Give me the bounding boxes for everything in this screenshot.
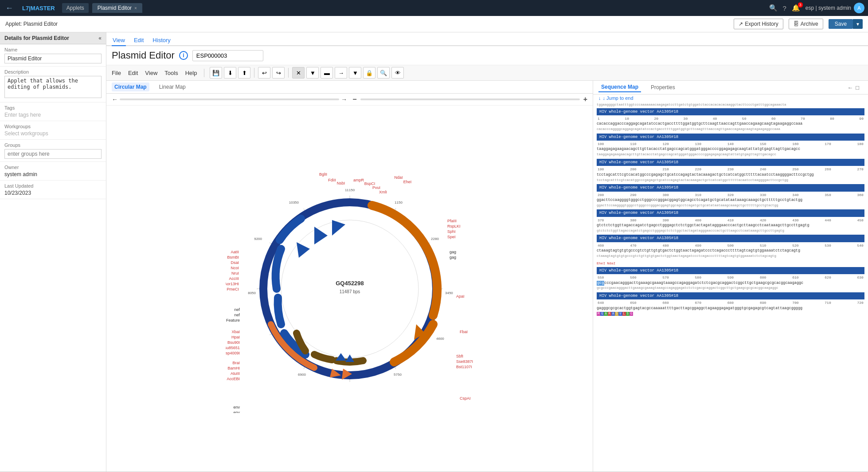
jump-to-end[interactable]: ↓ ↓ Jump to end <box>593 95 868 101</box>
dropdown-select-btn[interactable]: ▼ <box>306 67 319 79</box>
map-nav: ← → − + <box>106 94 593 106</box>
tab-edit[interactable]: Edit <box>133 35 145 46</box>
export-icon: ↗ <box>739 21 743 27</box>
select-btn[interactable]: ✕ <box>292 67 305 79</box>
jump-arrow-icon: ↓ <box>598 95 601 101</box>
tab-history[interactable]: History <box>152 35 171 46</box>
svg-text:EheI: EheI <box>403 180 411 184</box>
svg-text:FbaI: FbaI <box>460 330 468 334</box>
svg-text:SbfI: SbfI <box>456 354 463 358</box>
nav-slider[interactable] <box>120 98 339 100</box>
svg-marker-87 <box>297 242 310 258</box>
svg-text:11487 bps: 11487 bps <box>339 289 360 294</box>
rect-btn[interactable]: ▬ <box>321 67 333 79</box>
seq-scroll-controls: ← □ <box>844 84 863 91</box>
plasmid-id-input[interactable] <box>192 50 263 61</box>
name-label: Name <box>4 47 102 52</box>
sidebar-title: Details for Plasmid Editor <box>4 35 69 41</box>
tags-field: Tags Enter tags here <box>0 102 106 121</box>
svg-text:NcoI: NcoI <box>231 266 239 270</box>
seq-text-1: cacaccaggacccaggagcagatatccactgaccttttgg… <box>597 122 864 127</box>
menu-file[interactable]: File <box>112 69 121 77</box>
tab-view[interactable]: View <box>112 35 126 46</box>
dropdown-arrow-btn[interactable]: ▼ <box>349 67 361 79</box>
tags-placeholder[interactable]: Enter tags here <box>4 112 102 118</box>
notification-icon[interactable]: 🔔 3 <box>792 4 800 12</box>
nav-left-arrow[interactable]: ← <box>112 96 118 103</box>
sequence-map-tab[interactable]: Sequence Map <box>598 83 641 92</box>
scroll-right-icon[interactable]: □ <box>856 84 859 91</box>
search-icon[interactable]: 🔍 <box>769 4 778 12</box>
svg-text:BsmBI: BsmBI <box>227 255 239 260</box>
left-sidebar: Details for Plasmid Editor « Name Descri… <box>0 32 106 472</box>
close-tab-icon[interactable]: × <box>134 6 137 11</box>
export-btn[interactable]: ⬆ <box>238 67 250 79</box>
seq-numbers-3: 190200210220230240250260270 <box>597 167 864 172</box>
plasmid-title-bar: Plasmid Editor i <box>106 46 868 65</box>
lock-btn[interactable]: 🔒 <box>363 67 375 79</box>
owner-value: system admin <box>4 171 102 177</box>
active-tab[interactable]: Plasmid Editor × <box>92 3 142 13</box>
menu-tools[interactable]: Tools <box>164 69 178 77</box>
svg-text:AccEBI: AccEBI <box>227 377 240 381</box>
search-btn[interactable]: 🔍 <box>377 67 390 79</box>
save-toolbar-btn[interactable]: 💾 <box>210 67 222 79</box>
menu-edit[interactable]: Edit <box>128 69 138 77</box>
svg-text:Aor13HI: Aor13HI <box>226 282 239 286</box>
linear-map-tab[interactable]: Linear Map <box>156 83 188 91</box>
menu-view[interactable]: View <box>145 69 157 77</box>
sidebar-collapse-icons[interactable]: « <box>98 35 102 41</box>
seq-text-5: gtctctctggttagaccagatctgagcctgggagctctct… <box>597 223 864 228</box>
svg-text:RspLKI: RspLKI <box>447 224 461 228</box>
svg-text:NdaI: NdaI <box>394 175 403 180</box>
seq-block-4: HIV whole-genome vector AA1305#18 280290… <box>597 184 864 208</box>
eye-btn[interactable]: 👁 <box>391 67 404 79</box>
svg-text:gag: gag <box>450 250 456 254</box>
redo-btn[interactable]: ↪ <box>272 67 285 79</box>
seq-numbers-2: 100110120130140150160170180 <box>597 142 864 146</box>
svg-text:AtuIII: AtuIII <box>230 371 239 376</box>
info-icon[interactable]: i <box>179 51 188 60</box>
applets-button[interactable]: Applets <box>62 3 89 13</box>
scroll-left-icon[interactable]: ← <box>847 84 853 91</box>
groups-field: Groups <box>0 140 106 162</box>
seq-text-8: gagggcgcgcactggtgagtacgccaaaaattttgactta… <box>597 306 864 311</box>
export-history-button[interactable]: ↗ Export History <box>734 19 783 29</box>
nav-right-arrow[interactable]: → <box>341 96 347 103</box>
zoom-slider[interactable] <box>360 98 580 100</box>
back-button[interactable]: ← <box>4 2 15 15</box>
menu-help[interactable]: Help <box>185 69 197 77</box>
sequence-content-area[interactable]: tggaaggggctaatttggtcccaaaaaaacaagagatcct… <box>593 101 868 472</box>
svg-text:1150: 1150 <box>395 201 403 205</box>
save-button[interactable]: Save <box>829 19 853 29</box>
help-icon[interactable]: ? <box>783 4 786 12</box>
circular-map-tab[interactable]: Circular Map <box>112 83 149 91</box>
nav-icons: 🔍 ? 🔔 3 esp | system admin A <box>769 3 865 13</box>
svg-text:2280: 2280 <box>431 237 439 241</box>
save-dropdown-button[interactable]: ▼ <box>853 19 863 29</box>
svg-text:PfaIII: PfaIII <box>447 219 457 223</box>
properties-tab[interactable]: Properties <box>648 83 678 92</box>
groups-input[interactable] <box>4 149 102 159</box>
svg-text:XbaI: XbaI <box>231 330 240 334</box>
svg-text:Untitled Feature: Untitled Feature <box>226 318 240 323</box>
archive-button[interactable]: 🗄 Archive <box>789 19 823 29</box>
plasmid-main-title: Plasmid Editor <box>112 50 175 61</box>
applet-title: Applet: Plasmid Editor <box>5 21 58 27</box>
description-textarea[interactable]: Applet that allows the editing of plasmi… <box>4 76 102 98</box>
svg-text:9200: 9200 <box>254 237 262 241</box>
name-input[interactable] <box>4 54 102 63</box>
svg-text:env: env <box>233 405 240 409</box>
svg-marker-88 <box>314 227 328 244</box>
seq-block-2: HIV whole-genome vector AA1305#18 100110… <box>597 134 864 157</box>
workgroups-placeholder[interactable]: Select workgroups <box>4 130 102 137</box>
svg-marker-93 <box>345 354 354 362</box>
arrow-btn[interactable]: → <box>335 67 347 79</box>
seq-text-5b: gtctctctggttagaccagatctgagcctgggagctctct… <box>597 228 864 233</box>
collapse-icon[interactable]: « <box>98 35 102 41</box>
zoom-plus[interactable]: + <box>583 95 587 103</box>
import-btn[interactable]: ⬇ <box>224 67 236 79</box>
undo-btn[interactable]: ↩ <box>258 67 270 79</box>
zoom-minus[interactable]: − <box>352 95 356 103</box>
seq-highlighted-text-7: gcgcccgaacagggacttgaaagcgaaagtaaagccagag… <box>597 281 864 286</box>
